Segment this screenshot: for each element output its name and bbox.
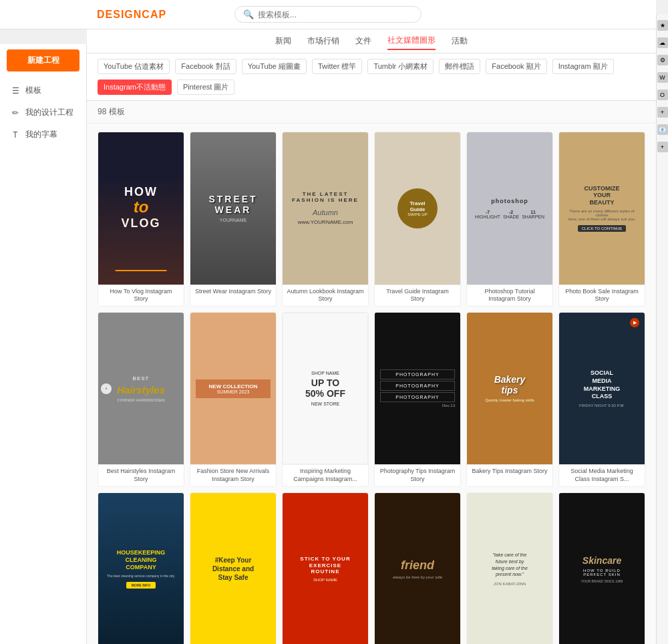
cat-nav-document[interactable]: 文件	[355, 33, 371, 49]
card-label-social-media: Social Media Marketing Class Instagram S…	[559, 464, 645, 486]
search-input[interactable]	[258, 10, 413, 19]
template-card-bookstore[interactable]: CUSTOMIZEYOURBEAUTY There are so many di…	[558, 132, 645, 307]
right-icon-6[interactable]: +	[657, 107, 668, 118]
card-label-street: Street Wear Instagram Story	[190, 285, 276, 299]
template-card-street[interactable]: STREETWEAR YOURNAME Street Wear Instagra…	[190, 132, 277, 307]
sidebar-item-templates[interactable]: ☰ 模板	[0, 79, 86, 102]
card-label-bakery: Bakery Tips Instagram Story	[467, 464, 552, 478]
sub-cat-twitter[interactable]: Twitter 標竿	[312, 59, 362, 74]
template-card-quote[interactable]: "take care of thefuture best bytaking ca…	[466, 492, 553, 644]
card-label-bookstore: Photo Book Sale Instagram Story	[559, 285, 645, 306]
template-card-bakery[interactable]: Bakerytips Quickly master baking skills …	[466, 312, 553, 487]
sub-category-bar: YouTube 佔道素材 Facebook 對話 YouTube 縮圖畫 Twi…	[87, 53, 656, 101]
app-header: DESIGNCAP 🔍	[0, 0, 656, 29]
template-count: 98 模板	[87, 101, 656, 124]
left-sidebar: 新建工程 ☰ 模板 ✏ 我的设计工程 T 我的字幕	[0, 44, 87, 644]
right-icon-5[interactable]: O	[657, 90, 668, 100]
template-icon: ☰	[11, 86, 20, 96]
sidebar-mydesigns-label: 我的设计工程	[25, 107, 73, 118]
sidebar-fonts-label: 我的字幕	[25, 129, 57, 140]
template-card-social-dist[interactable]: #Keep YourDistance andStay Safe Social D…	[190, 492, 277, 644]
template-card-cleaning[interactable]: HOUSEKEEPINGCLEANINGCOMPANY The best cle…	[98, 492, 184, 644]
card-label-vlog: How To Vlog Instagram Story	[98, 285, 184, 306]
right-icon-7[interactable]: 📧	[657, 124, 668, 135]
app-logo: DESIGNCAP	[97, 9, 166, 21]
card-label-travel: Travel Guide Instagram Story	[375, 285, 460, 306]
cat-nav-event[interactable]: 活動	[452, 33, 468, 49]
cat-nav-social[interactable]: 社文媒體圖形	[387, 32, 436, 50]
sidebar-templates-label: 模板	[25, 85, 41, 96]
category-nav: 新闻 市场行销 文件 社文媒體圖形 活動	[87, 29, 656, 53]
template-card-marketing[interactable]: SHOP NAME UP TO50% OFF NEW STORE Inspiri…	[282, 312, 369, 487]
template-card-fashion[interactable]: NEW COLLECTION SUMMER 2023 Fashion Store…	[190, 312, 277, 487]
template-card-photoshop[interactable]: photoshop -7HIGHLIGHT -2SHADE 11SHARPEN …	[466, 132, 553, 307]
sub-cat-tumblr[interactable]: Tumblr 小網素材	[367, 59, 434, 74]
right-icon-2[interactable]: ☁	[657, 37, 668, 48]
cat-nav-news[interactable]: 新闻	[275, 33, 291, 49]
search-bar[interactable]: 🔍	[234, 6, 422, 23]
template-card-fitness[interactable]: STICK TO YOUREXERCISEROUTINE SHOP NAME F…	[282, 492, 369, 644]
sub-cat-instagram-post[interactable]: Instagram 顯片	[552, 59, 614, 74]
template-card-hairstyles[interactable]: BEST Hairstyles CORNER HAIRDRESSER ‹ Bes…	[98, 312, 184, 487]
search-icon: 🔍	[243, 9, 254, 19]
template-card-vlog[interactable]: HOW to VLOG How To Vlog Instagram Story	[98, 132, 184, 307]
right-icon-8[interactable]: +	[657, 142, 668, 152]
card-label-fashion: Fashion Store New Arrivals Instagram Sto…	[190, 464, 276, 486]
sidebar-item-fonts[interactable]: T 我的字幕	[0, 124, 86, 146]
right-icon-4[interactable]: W	[657, 72, 668, 83]
cat-nav-marketing[interactable]: 市场行销	[307, 33, 339, 49]
new-project-button[interactable]: 新建工程	[7, 49, 79, 71]
sub-cat-instagram-story[interactable]: Instagram不活動態	[98, 79, 172, 95]
template-card-skincare[interactable]: Skincare HOW TO BUILDPERFECT SKIN YOUR B…	[558, 492, 645, 644]
sidebar-item-mydesigns[interactable]: ✏ 我的设计工程	[0, 102, 86, 124]
template-card-social-media[interactable]: SOCIALMEDIAMARKETINGCLASS FRIDAY NIGHT 9…	[558, 312, 645, 487]
main-content: DESIGNCAP 🔍 新闻 市场行销 文件 社文媒體圖形 活動 YouTube…	[87, 0, 656, 644]
card-label-photoshop: Photoshop Tutorial Instagram Story	[467, 285, 552, 306]
template-grid: HOW to VLOG How To Vlog Instagram Story …	[87, 124, 656, 644]
sub-cat-youtube-channel[interactable]: YouTube 佔道素材	[98, 59, 170, 74]
right-sidebar: ★ ☁ ⚙ W O + 📧 +	[656, 15, 668, 644]
sub-cat-facebook-cover[interactable]: Facebook 對話	[175, 59, 236, 74]
card-label-autumn: Autumn Lookbook Instagram Story	[283, 285, 368, 306]
card-label-photography: Photography Tips Instagram Story	[375, 464, 460, 486]
card-label-hairstyles: Best Hairstyles Instagram Story	[98, 464, 184, 486]
design-icon: ✏	[11, 108, 20, 118]
template-card-autumn[interactable]: THE LATEST FASHION IS HERE Autumn www.YO…	[282, 132, 369, 307]
card-label-marketing: Inspiring Marketing Campaigns Instagram.…	[283, 464, 368, 486]
right-icon-3[interactable]: ⚙	[657, 55, 668, 65]
font-icon: T	[11, 130, 20, 140]
template-card-friend[interactable]: friend always be here by your side Best …	[374, 492, 461, 644]
sub-cat-pinterest[interactable]: Pinterest 圖片	[177, 79, 234, 95]
template-card-photography[interactable]: PHOTOGRAPHY PHOTOGRAPHY PHOTOGRAPHY Dec.…	[374, 312, 461, 487]
template-card-travel[interactable]: TravelGuide SWIPE UP Travel Guide Instag…	[374, 132, 461, 307]
sub-cat-facebook-post[interactable]: Facebook 顯片	[486, 59, 546, 74]
sub-cat-email[interactable]: 郵件標語	[439, 59, 480, 74]
right-icon-1[interactable]: ★	[657, 20, 668, 31]
sub-cat-youtube-thumb[interactable]: YouTube 縮圖畫	[242, 59, 307, 74]
